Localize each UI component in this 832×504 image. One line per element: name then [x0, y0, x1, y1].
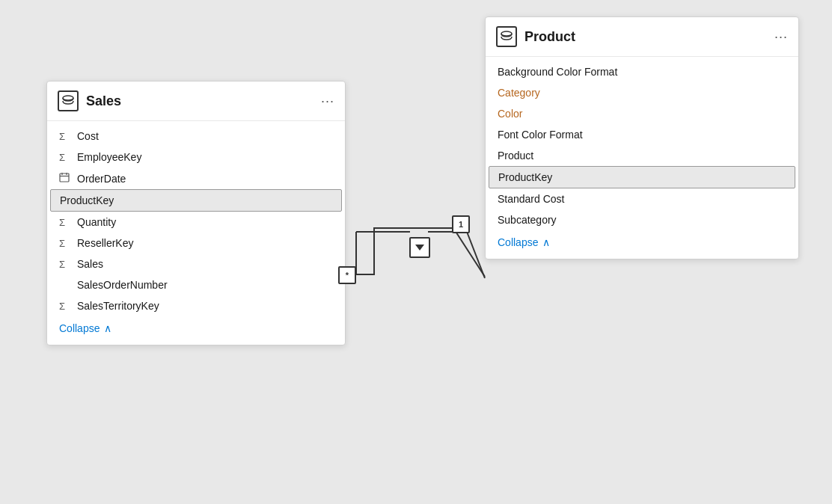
sales-card-body: Σ Cost Σ EmployeeKey OrderDate — [47, 121, 345, 345]
product-table-card: Product ··· Background Color Format Cate… — [485, 16, 799, 259]
field-label: Subcategory — [498, 214, 557, 226]
sales-field-salesterritorykey[interactable]: Σ SalesTerritoryKey — [47, 295, 345, 316]
field-label: Font Color Format — [498, 129, 583, 141]
field-label: ProductKey — [498, 171, 552, 183]
sales-field-salesordernumber[interactable]: SalesOrderNumber — [47, 274, 345, 295]
sales-field-employeekey[interactable]: Σ EmployeeKey — [47, 147, 345, 168]
product-title: Product — [524, 29, 767, 45]
product-collapse-button[interactable]: Collapse ∧ — [486, 230, 798, 254]
field-label: Cost — [77, 130, 99, 142]
field-label: SalesTerritoryKey — [77, 300, 159, 312]
one-label: 1 — [459, 220, 463, 229]
connector-star-endpoint: * — [338, 266, 356, 284]
svg-point-5 — [63, 96, 73, 100]
sales-title: Sales — [86, 93, 313, 109]
product-field-standardcost[interactable]: Standard Cost — [486, 188, 798, 209]
sigma-icon: Σ — [59, 217, 71, 228]
sales-field-productkey[interactable]: ProductKey — [50, 189, 342, 212]
sigma-icon: Σ — [59, 301, 71, 312]
database-icon — [62, 95, 74, 107]
sales-field-quantity[interactable]: Σ Quantity — [47, 212, 345, 233]
sales-field-cost[interactable]: Σ Cost — [47, 126, 345, 147]
product-field-subcategory[interactable]: Subcategory — [486, 209, 798, 230]
product-menu-button[interactable]: ··· — [774, 29, 788, 45]
collapse-label: Collapse — [498, 236, 538, 248]
product-field-fontcolorformat[interactable]: Font Color Format — [486, 124, 798, 145]
sigma-icon: Σ — [59, 259, 71, 270]
collapse-label: Collapse — [59, 322, 100, 334]
sales-collapse-button[interactable]: Collapse ∧ — [47, 316, 345, 340]
field-label: Background Color Format — [498, 66, 617, 78]
sigma-icon: Σ — [59, 152, 71, 163]
product-field-bgcolorformat[interactable]: Background Color Format — [486, 61, 798, 82]
product-field-category[interactable]: Category — [486, 82, 798, 103]
sigma-icon: Σ — [59, 131, 71, 142]
product-table-icon — [496, 26, 517, 47]
svg-rect-6 — [60, 173, 69, 182]
field-label: Product — [498, 150, 533, 162]
sales-field-sales[interactable]: Σ Sales — [47, 253, 345, 274]
svg-line-4 — [467, 232, 485, 278]
collapse-icon: ∧ — [104, 322, 111, 334]
field-label: Standard Cost — [498, 193, 565, 205]
product-card-header: Product ··· — [486, 17, 798, 57]
sales-field-orderdate[interactable]: OrderDate — [47, 168, 345, 189]
field-label: OrderDate — [77, 173, 126, 185]
field-label: Color — [498, 108, 522, 120]
database-icon — [501, 31, 513, 43]
product-field-product[interactable]: Product — [486, 145, 798, 166]
field-label: ResellerKey — [77, 237, 133, 249]
svg-point-10 — [501, 31, 512, 36]
calendar-icon — [59, 172, 71, 185]
field-label: ProductKey — [60, 194, 114, 206]
sales-field-resellerkey[interactable]: Σ ResellerKey — [47, 233, 345, 253]
field-label: Category — [498, 87, 540, 99]
product-card-body: Background Color Format Category Color F… — [486, 57, 798, 259]
arrow-down-icon — [415, 245, 424, 251]
sales-table-icon — [58, 90, 79, 111]
connector-one-endpoint: 1 — [452, 215, 470, 233]
product-field-color[interactable]: Color — [486, 103, 798, 124]
field-label: Quantity — [77, 216, 116, 228]
collapse-icon: ∧ — [542, 236, 550, 248]
sigma-icon: Σ — [59, 238, 71, 249]
field-label: SalesOrderNumber — [77, 279, 168, 291]
connector-arrow-endpoint — [409, 237, 430, 258]
sales-menu-button[interactable]: ··· — [321, 93, 334, 109]
star-label: * — [346, 271, 349, 280]
field-label: EmployeeKey — [77, 151, 141, 163]
field-label: Sales — [77, 258, 103, 270]
canvas: * 1 Sales ··· Σ Cost — [0, 0, 832, 504]
sales-card-header: Sales ··· — [47, 82, 345, 121]
product-field-productkey[interactable]: ProductKey — [489, 166, 795, 188]
sales-table-card: Sales ··· Σ Cost Σ EmployeeKey — [46, 81, 346, 345]
